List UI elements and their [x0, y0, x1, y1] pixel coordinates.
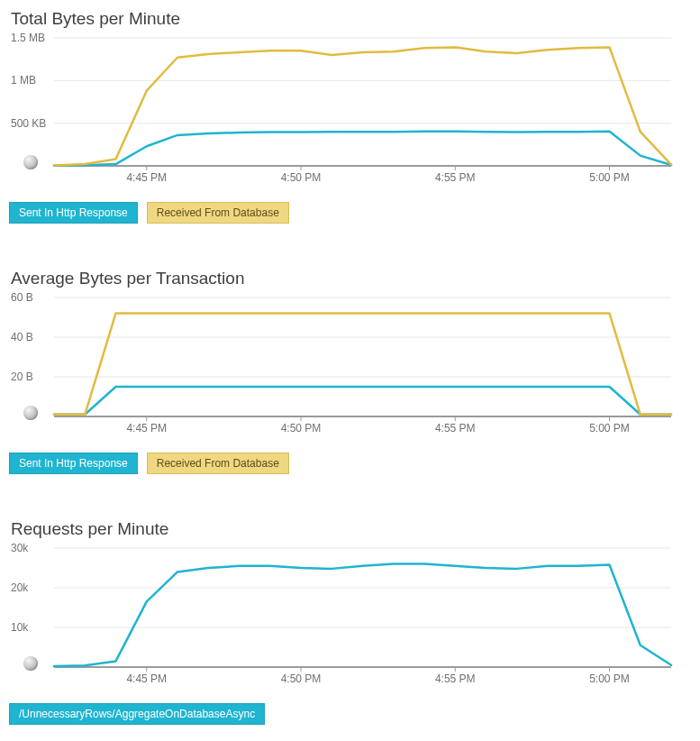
- chart-requests: Requests per Minute 10k20k30k4:45 PM4:50…: [9, 519, 691, 725]
- legend-item-received[interactable]: Received From Database: [147, 453, 289, 474]
- chart-total-bytes: Total Bytes per Minute 500 KB1 MB1.5 MB4…: [9, 9, 691, 224]
- chart-title: Average Bytes per Transaction: [11, 269, 691, 288]
- legend-item-endpoint[interactable]: /UnnecessaryRows/AggregateOnDatabaseAsyn…: [9, 703, 265, 725]
- svg-text:40 B: 40 B: [11, 331, 33, 343]
- series-toggle-orb[interactable]: [23, 155, 38, 169]
- chart-title: Total Bytes per Minute: [11, 9, 691, 29]
- chart-plot-area: 10k20k30k4:45 PM4:50 PM4:55 PM5:00 PM: [9, 543, 691, 687]
- series-toggle-orb[interactable]: [23, 406, 38, 420]
- svg-text:60 B: 60 B: [11, 292, 33, 304]
- svg-text:20 B: 20 B: [11, 370, 33, 383]
- svg-text:5:00 PM: 5:00 PM: [589, 171, 630, 184]
- series-toggle-orb[interactable]: [23, 656, 38, 671]
- chart-plot-area: 20 B40 B60 B4:45 PM4:50 PM4:55 PM5:00 PM: [9, 292, 691, 436]
- line-chart-svg: 20 B40 B60 B4:45 PM4:50 PM4:55 PM5:00 PM: [9, 292, 680, 436]
- legend-row: Sent In Http Response Received From Data…: [9, 453, 691, 474]
- svg-text:4:45 PM: 4:45 PM: [126, 672, 167, 685]
- chart-plot-area: 500 KB1 MB1.5 MB4:45 PM4:50 PM4:55 PM5:0…: [9, 32, 691, 186]
- svg-text:30k: 30k: [11, 543, 29, 554]
- line-chart-svg: 500 KB1 MB1.5 MB4:45 PM4:50 PM4:55 PM5:0…: [9, 32, 680, 186]
- legend-item-sent[interactable]: Sent In Http Response: [9, 202, 138, 224]
- chart-avg-bytes: Average Bytes per Transaction 20 B40 B60…: [9, 269, 691, 474]
- svg-text:1 MB: 1 MB: [11, 74, 36, 87]
- legend-item-sent[interactable]: Sent In Http Response: [9, 453, 138, 474]
- legend-row: Sent In Http Response Received From Data…: [9, 202, 691, 224]
- svg-text:5:00 PM: 5:00 PM: [589, 422, 630, 435]
- svg-text:4:45 PM: 4:45 PM: [126, 422, 167, 435]
- svg-text:4:55 PM: 4:55 PM: [435, 422, 476, 435]
- svg-text:4:55 PM: 4:55 PM: [435, 672, 476, 685]
- svg-text:4:50 PM: 4:50 PM: [281, 672, 322, 685]
- svg-text:1.5 MB: 1.5 MB: [11, 32, 45, 44]
- line-chart-svg: 10k20k30k4:45 PM4:50 PM4:55 PM5:00 PM: [9, 543, 680, 687]
- svg-text:5:00 PM: 5:00 PM: [589, 672, 630, 685]
- svg-text:4:50 PM: 4:50 PM: [281, 171, 322, 184]
- svg-text:500 KB: 500 KB: [11, 117, 46, 130]
- svg-text:10k: 10k: [11, 621, 29, 634]
- svg-text:4:45 PM: 4:45 PM: [126, 171, 167, 184]
- svg-text:4:50 PM: 4:50 PM: [281, 422, 322, 435]
- legend-item-received[interactable]: Received From Database: [147, 202, 289, 224]
- legend-row: /UnnecessaryRows/AggregateOnDatabaseAsyn…: [9, 703, 691, 725]
- svg-text:20k: 20k: [11, 581, 29, 594]
- chart-title: Requests per Minute: [11, 519, 691, 539]
- svg-text:4:55 PM: 4:55 PM: [435, 171, 476, 184]
